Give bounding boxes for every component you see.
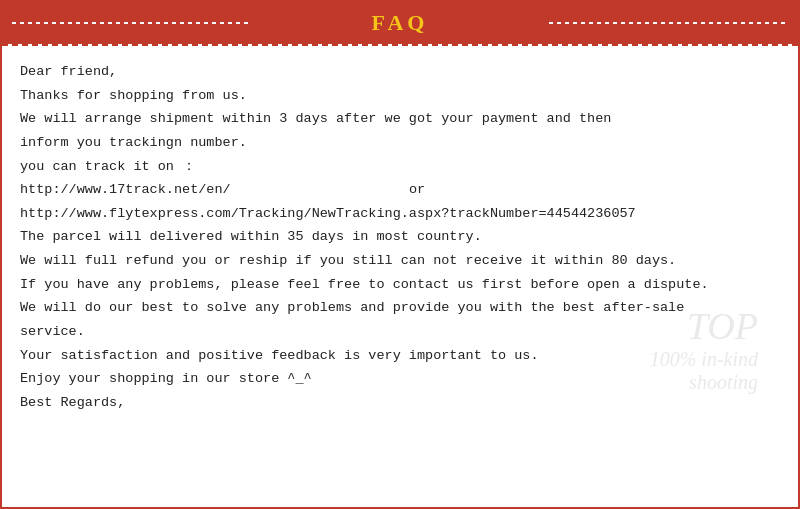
line-thanks: Thanks for shopping from us. — [20, 84, 780, 108]
line-best1: We will do our best to solve any problem… — [20, 296, 780, 320]
faq-title: FAQ — [2, 10, 798, 36]
line-shipment2: inform you trackingn number. — [20, 131, 780, 155]
line-enjoy: Enjoy your shopping in our store ^_^ — [20, 367, 780, 391]
track-url1-text: http://www.17track.net/en/ — [20, 182, 231, 197]
line-problems: If you have any problems, please feel fr… — [20, 273, 780, 297]
faq-container: FAQ Dear friend, Thanks for shopping fro… — [0, 0, 800, 509]
faq-header: FAQ — [2, 2, 798, 44]
faq-content: Dear friend, Thanks for shopping from us… — [2, 46, 798, 424]
track-url1-or: or — [409, 182, 425, 197]
line-service: service. — [20, 320, 780, 344]
line-satisfaction: Your satisfaction and positive feedback … — [20, 344, 780, 368]
line-best-regards: Best Regards, — [20, 391, 780, 415]
line-track-url1: http://www.17track.net/en/ or — [20, 178, 780, 202]
line-parcel-delivery: The parcel will delivered within 35 days… — [20, 225, 780, 249]
line-shipment1: We will arrange shipment within 3 days a… — [20, 107, 780, 131]
line-track-intro: you can track it on ： — [20, 155, 780, 179]
line-refund: We will full refund you or reship if you… — [20, 249, 780, 273]
line-track-url2: http://www.flytexpress.com/Tracking/NewT… — [20, 202, 780, 226]
line-dear-friend: Dear friend, — [20, 60, 780, 84]
